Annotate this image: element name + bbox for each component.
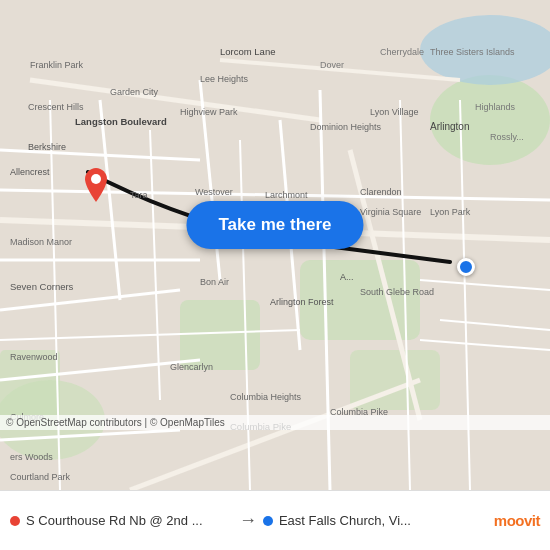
svg-text:Larchmont: Larchmont xyxy=(265,190,308,200)
svg-text:Garden City: Garden City xyxy=(110,87,159,97)
svg-rect-3 xyxy=(180,300,260,370)
svg-line-30 xyxy=(440,320,550,330)
svg-point-69 xyxy=(91,174,101,184)
svg-line-16 xyxy=(200,80,220,280)
destination-label: East Falls Church, Vi... xyxy=(279,513,411,528)
svg-line-24 xyxy=(400,100,410,490)
destination-dot xyxy=(263,516,273,526)
svg-line-29 xyxy=(420,280,550,290)
bottom-bar: S Courthouse Rd Nb @ 2nd ... → East Fall… xyxy=(0,490,550,550)
svg-line-22 xyxy=(240,140,250,490)
svg-text:Glencarlyn: Glencarlyn xyxy=(170,362,213,372)
svg-text:Virginia Square: Virginia Square xyxy=(360,207,421,217)
svg-rect-6 xyxy=(350,350,440,410)
svg-text:Arlington Forest: Arlington Forest xyxy=(270,297,334,307)
svg-text:Lorcom Lane: Lorcom Lane xyxy=(220,46,275,57)
origin-marker xyxy=(85,168,107,206)
svg-rect-2 xyxy=(300,260,420,340)
svg-text:Berkshire: Berkshire xyxy=(28,142,66,152)
svg-text:Westover: Westover xyxy=(195,187,233,197)
svg-text:Highlands: Highlands xyxy=(475,102,516,112)
svg-text:Columbia Heights: Columbia Heights xyxy=(230,392,302,402)
svg-text:Clarendon: Clarendon xyxy=(360,187,402,197)
take-me-there-button[interactable]: Take me there xyxy=(186,201,363,249)
svg-text:Seven Corners: Seven Corners xyxy=(10,281,74,292)
map-container: Franklin Park Crescent Hills Garden City… xyxy=(0,0,550,490)
map-attribution: © OpenStreetMap contributors | © OpenMap… xyxy=(0,415,550,430)
svg-line-11 xyxy=(350,150,420,420)
svg-text:Allencrest: Allencrest xyxy=(10,167,50,177)
direction-arrow: → xyxy=(239,510,257,531)
svg-line-23 xyxy=(320,90,330,490)
svg-line-21 xyxy=(150,130,160,400)
svg-line-26 xyxy=(0,190,550,200)
svg-text:Dominion Heights: Dominion Heights xyxy=(310,122,382,132)
moovit-text: moovit xyxy=(494,512,540,529)
svg-point-7 xyxy=(420,15,550,85)
origin-label: S Courthouse Rd Nb @ 2nd ... xyxy=(26,513,203,528)
svg-text:Highview Park: Highview Park xyxy=(180,107,238,117)
svg-text:Courtland Park: Courtland Park xyxy=(10,472,71,482)
svg-line-28 xyxy=(0,330,300,340)
svg-text:Crescent Hills: Crescent Hills xyxy=(28,102,84,112)
svg-text:A...: A... xyxy=(340,272,354,282)
svg-line-19 xyxy=(0,430,180,440)
svg-text:Dover: Dover xyxy=(320,60,344,70)
destination-marker xyxy=(457,258,475,276)
svg-line-20 xyxy=(50,100,60,490)
svg-text:Franklin Park: Franklin Park xyxy=(30,60,84,70)
svg-line-13 xyxy=(0,150,200,160)
origin-location: S Courthouse Rd Nb @ 2nd ... xyxy=(10,513,233,528)
svg-line-12 xyxy=(220,60,460,80)
svg-text:Tara: Tara xyxy=(130,190,148,200)
origin-dot xyxy=(10,516,20,526)
svg-line-10 xyxy=(130,380,420,490)
svg-line-25 xyxy=(460,100,470,490)
svg-text:Cherrydale: Cherrydale xyxy=(380,47,424,57)
moovit-logo: moovit xyxy=(494,512,540,529)
svg-text:ers Woods: ers Woods xyxy=(10,452,53,462)
destination-location: East Falls Church, Vi... xyxy=(263,513,486,528)
svg-text:Langston Boulevard: Langston Boulevard xyxy=(75,116,167,127)
svg-point-1 xyxy=(430,75,550,165)
svg-line-8 xyxy=(30,80,320,120)
svg-text:Rossly...: Rossly... xyxy=(490,132,524,142)
svg-text:Lyon Park: Lyon Park xyxy=(430,207,471,217)
svg-line-14 xyxy=(0,290,180,310)
svg-line-18 xyxy=(0,360,200,380)
svg-text:Ravenwood: Ravenwood xyxy=(10,352,58,362)
svg-text:Madison Manor: Madison Manor xyxy=(10,237,72,247)
svg-text:Arlington: Arlington xyxy=(430,121,469,132)
svg-text:Lyon Village: Lyon Village xyxy=(370,107,419,117)
svg-line-31 xyxy=(420,340,550,350)
svg-text:Three Sisters Islands: Three Sisters Islands xyxy=(430,47,515,57)
svg-text:South Glebe Road: South Glebe Road xyxy=(360,287,434,297)
svg-text:Lee Heights: Lee Heights xyxy=(200,74,249,84)
svg-text:Bon Air: Bon Air xyxy=(200,277,229,287)
